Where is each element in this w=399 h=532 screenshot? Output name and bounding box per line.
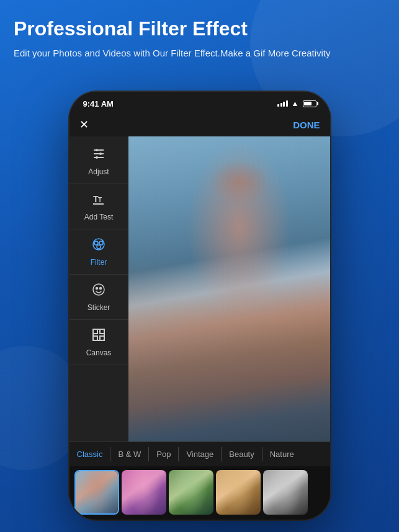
close-button[interactable]: ✕ bbox=[79, 118, 89, 131]
svg-point-11 bbox=[99, 241, 103, 245]
phone-mockup: 9:41 AM ▲ ✕ DONE bbox=[69, 92, 330, 520]
filter-thumb-1[interactable] bbox=[74, 470, 119, 515]
done-button[interactable]: DONE bbox=[293, 120, 320, 130]
svg-point-15 bbox=[100, 288, 102, 290]
app-topbar: ✕ DONE bbox=[69, 113, 330, 136]
page-subtitle: Edit your Photos and Videos with Our Fil… bbox=[14, 47, 385, 61]
sidebar-item-add-text[interactable]: T T Add Test bbox=[69, 184, 128, 229]
wifi-icon: ▲ bbox=[292, 99, 299, 108]
page-title: Professional Filter Effect bbox=[14, 17, 385, 40]
sidebar-item-sticker[interactable]: Sticker bbox=[69, 275, 128, 320]
canvas-label: Canvas bbox=[86, 348, 112, 357]
status-bar: 9:41 AM ▲ bbox=[69, 92, 330, 113]
battery-icon bbox=[303, 100, 316, 107]
filter-label: Filter bbox=[91, 258, 107, 267]
photo-display bbox=[128, 136, 330, 441]
status-time: 9:41 AM bbox=[83, 99, 114, 109]
adjust-icon bbox=[91, 146, 106, 165]
sidebar-item-filter[interactable]: Filter bbox=[69, 229, 128, 275]
filter-tab-beauty[interactable]: Beauty bbox=[222, 447, 262, 461]
filter-icon bbox=[91, 237, 106, 255]
filter-tab-vintage[interactable]: Vintage bbox=[179, 447, 222, 461]
filter-thumb-3[interactable] bbox=[169, 470, 213, 515]
thumb-classic bbox=[76, 471, 118, 513]
filter-thumb-5[interactable] bbox=[263, 470, 308, 515]
thumb-bw bbox=[263, 470, 308, 515]
svg-point-14 bbox=[96, 288, 98, 290]
add-text-label: Add Test bbox=[84, 213, 113, 221]
svg-point-10 bbox=[94, 241, 98, 245]
svg-point-5 bbox=[96, 156, 98, 159]
photo-canvas bbox=[128, 136, 330, 441]
photo-background bbox=[128, 136, 330, 441]
filter-thumb-4[interactable] bbox=[216, 470, 261, 515]
svg-point-12 bbox=[97, 245, 101, 249]
svg-rect-16 bbox=[93, 329, 104, 340]
sidebar-item-adjust[interactable]: Adjust bbox=[69, 139, 128, 184]
thumb-warm bbox=[216, 470, 261, 515]
sidebar-item-canvas[interactable]: Canvas bbox=[69, 320, 128, 365]
svg-point-4 bbox=[99, 153, 102, 155]
sidebar: Adjust T T Add Test bbox=[69, 136, 128, 441]
signal-icon bbox=[277, 100, 288, 107]
sticker-icon bbox=[91, 282, 106, 301]
phone-frame: 9:41 AM ▲ ✕ DONE bbox=[69, 92, 330, 520]
status-icons: ▲ bbox=[277, 99, 316, 108]
canvas-icon bbox=[91, 327, 106, 346]
thumb-green bbox=[169, 470, 213, 515]
filter-thumb-2[interactable] bbox=[122, 470, 166, 515]
svg-point-3 bbox=[96, 149, 98, 151]
svg-point-13 bbox=[93, 284, 104, 295]
photo-overlay bbox=[128, 136, 330, 441]
filter-thumbnails bbox=[69, 466, 330, 520]
filter-tab-pop[interactable]: Pop bbox=[149, 447, 179, 461]
filter-tabs: Classic B & W Pop Vintage Beauty Nature bbox=[69, 441, 330, 466]
filter-tab-bw[interactable]: B & W bbox=[110, 447, 149, 461]
sticker-label: Sticker bbox=[87, 303, 110, 312]
thumb-pink bbox=[122, 470, 166, 515]
adjust-label: Adjust bbox=[88, 167, 109, 176]
filter-tab-nature[interactable]: Nature bbox=[262, 447, 302, 461]
filter-tab-classic[interactable]: Classic bbox=[69, 447, 111, 461]
add-text-icon: T T bbox=[91, 192, 106, 210]
editing-area: Adjust T T Add Test bbox=[69, 136, 330, 441]
svg-text:T: T bbox=[98, 197, 102, 203]
app-content: ✕ DONE bbox=[69, 113, 330, 520]
